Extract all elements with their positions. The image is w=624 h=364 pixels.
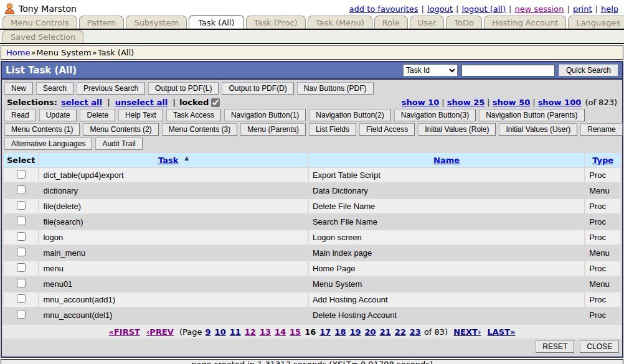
navigation-button-parents-button[interactable]: Navigation Button (Parents) bbox=[479, 109, 584, 121]
select-column-header: Select bbox=[4, 153, 38, 167]
row-checkbox[interactable] bbox=[17, 294, 26, 303]
link-print[interactable]: print bbox=[573, 4, 592, 14]
tab-hosting-account[interactable]: Hosting Account bbox=[484, 16, 566, 29]
help-text-button[interactable]: Help Text bbox=[118, 109, 163, 121]
row-checkbox[interactable] bbox=[17, 201, 26, 210]
link-help[interactable]: help bbox=[601, 4, 618, 14]
row-checkbox[interactable] bbox=[17, 279, 26, 287]
row-checkbox[interactable] bbox=[17, 185, 26, 194]
action-row-3: Alternative Languages Audit Trail bbox=[4, 138, 620, 150]
locked-label: locked bbox=[179, 98, 209, 107]
type-cell: Proc bbox=[585, 261, 620, 276]
row-checkbox[interactable] bbox=[17, 217, 26, 225]
page-number-link[interactable]: 22 bbox=[395, 327, 406, 337]
navigation-button-3-button[interactable]: Navigation Button(3) bbox=[394, 109, 476, 121]
page-number-link[interactable]: 11 bbox=[230, 327, 241, 337]
reset-button[interactable]: RESET bbox=[536, 340, 574, 353]
output-pdf-d-button[interactable]: Output to PDF(D) bbox=[222, 82, 293, 95]
breadcrumb-home-link[interactable]: Home bbox=[6, 48, 30, 57]
tab-task-menu[interactable]: Task (Menu) bbox=[308, 16, 372, 29]
page-number-link[interactable]: 9 bbox=[206, 327, 211, 337]
page-number-link[interactable]: 17 bbox=[319, 327, 331, 337]
name-sort-link[interactable]: Name bbox=[433, 156, 460, 165]
type-sort-link[interactable]: Type bbox=[592, 156, 613, 165]
separator bbox=[420, 4, 425, 14]
last-page-link[interactable]: LAST» bbox=[487, 327, 515, 337]
initial-values-role-button[interactable]: Initial Values (Role) bbox=[418, 123, 496, 136]
page-number-link[interactable]: 10 bbox=[215, 327, 226, 337]
pagination: «FIRST ‹PREV (Page9101112131415161718192… bbox=[2, 325, 622, 338]
row-checkbox[interactable] bbox=[17, 232, 26, 241]
tab-saved-selection[interactable]: Saved Selection bbox=[2, 30, 83, 43]
first-page-link[interactable]: «FIRST bbox=[109, 327, 140, 337]
link-new-session[interactable]: new session bbox=[514, 4, 564, 14]
read-button[interactable]: Read bbox=[4, 109, 36, 121]
tab-task-all[interactable]: Task (All) bbox=[189, 15, 243, 29]
new-button[interactable]: New bbox=[4, 82, 33, 95]
row-checkbox[interactable] bbox=[17, 263, 26, 272]
search-button[interactable]: Search bbox=[36, 82, 73, 95]
breadcrumb-item: Task (All) bbox=[98, 48, 134, 57]
page-number-link[interactable]: 18 bbox=[334, 327, 346, 337]
task-column-header: Task▲ bbox=[39, 153, 308, 167]
menu-contents-2-button[interactable]: Menu Contents (2) bbox=[83, 123, 158, 136]
select-all-link[interactable]: select all bbox=[61, 98, 102, 107]
page-number-link[interactable]: 23 bbox=[410, 327, 421, 337]
show-100-link[interactable]: show 100 bbox=[538, 98, 582, 107]
tab-menu-controls[interactable]: Menu Controls bbox=[2, 16, 77, 29]
tab-user[interactable]: User bbox=[410, 16, 445, 29]
task-sort-link[interactable]: Task bbox=[158, 156, 178, 165]
previous-search-button[interactable]: Previous Search bbox=[77, 82, 145, 95]
menu-contents-1-button[interactable]: Menu Contents (1) bbox=[4, 123, 80, 136]
audit-trail-button[interactable]: Audit Trail bbox=[95, 138, 142, 150]
navigation-button-2-button[interactable]: Navigation Button(2) bbox=[309, 109, 390, 121]
row-checkbox[interactable] bbox=[17, 170, 26, 179]
update-button[interactable]: Update bbox=[39, 109, 77, 121]
delete-button[interactable]: Delete bbox=[80, 109, 115, 121]
list-fields-button[interactable]: List Fields bbox=[309, 123, 356, 136]
show-25-link[interactable]: show 25 bbox=[447, 98, 485, 107]
show-50-link[interactable]: show 50 bbox=[493, 98, 531, 107]
tab-task-proc[interactable]: Task (Proc) bbox=[246, 16, 306, 29]
tab-todo[interactable]: ToDo bbox=[446, 16, 482, 29]
nav-buttons-pdf-button[interactable]: Nav Buttons (PDF) bbox=[297, 82, 374, 95]
menu-parents-button[interactable]: Menu (Parents) bbox=[240, 123, 306, 136]
page-number-link[interactable]: 14 bbox=[275, 327, 286, 337]
tab-languages[interactable]: Languages bbox=[568, 16, 624, 29]
link-logout-all[interactable]: logout (all) bbox=[461, 4, 506, 14]
page-number-link[interactable]: 20 bbox=[365, 327, 376, 337]
quick-search-button[interactable]: Quick Search bbox=[559, 64, 618, 77]
unselect-all-link[interactable]: unselect all bbox=[115, 98, 168, 107]
top-header: Tony Marston add to favouriteslogoutlogo… bbox=[0, 0, 624, 16]
name-cell: Logon screen bbox=[309, 230, 584, 245]
row-checkbox[interactable] bbox=[17, 310, 26, 319]
quick-search-field-select[interactable]: Task Id bbox=[403, 64, 458, 77]
page-number-link[interactable]: 21 bbox=[380, 327, 391, 337]
row-checkbox[interactable] bbox=[17, 248, 26, 256]
locked-checkbox[interactable] bbox=[211, 98, 220, 107]
quick-search-input[interactable] bbox=[461, 65, 555, 77]
initial-values-user-button[interactable]: Initial Values (User) bbox=[499, 123, 577, 136]
show-10-link[interactable]: show 10 bbox=[402, 98, 440, 107]
next-page-link[interactable]: NEXT› bbox=[453, 327, 481, 337]
link-logout[interactable]: logout bbox=[427, 4, 453, 14]
field-access-button[interactable]: Field Access bbox=[359, 123, 415, 136]
tab-subsystem[interactable]: Subsystem bbox=[126, 16, 187, 29]
tab-pattern[interactable]: Pattern bbox=[79, 16, 125, 29]
menu-contents-3-button[interactable]: Menu Contents (3) bbox=[162, 123, 237, 136]
link-add-to-favourites[interactable]: add to favourites bbox=[349, 4, 418, 14]
type-cell: Proc bbox=[585, 308, 620, 322]
output-pdf-l-button[interactable]: Output to PDF(L) bbox=[148, 82, 219, 95]
task-access-button[interactable]: Task Access bbox=[166, 109, 221, 121]
navigation-button-1-button[interactable]: Navigation Button(1) bbox=[224, 109, 306, 121]
close-button[interactable]: CLOSE bbox=[580, 340, 619, 353]
page-number-link[interactable]: 19 bbox=[349, 327, 361, 337]
page-number-link[interactable]: 13 bbox=[260, 327, 271, 337]
page-number-link[interactable]: 12 bbox=[245, 327, 256, 337]
prev-page-link[interactable]: ‹PREV bbox=[146, 327, 174, 337]
name-cell: Export Table Script bbox=[309, 168, 584, 182]
page-number-link[interactable]: 15 bbox=[290, 327, 301, 337]
alternative-languages-button[interactable]: Alternative Languages bbox=[4, 138, 92, 150]
tab-role[interactable]: Role bbox=[374, 16, 408, 29]
rename-button[interactable]: Rename bbox=[580, 123, 622, 136]
